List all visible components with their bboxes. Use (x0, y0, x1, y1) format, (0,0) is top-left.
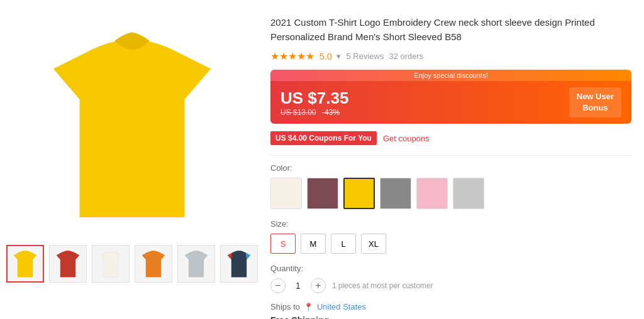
qty-note: 1 pieces at most per customer (332, 281, 433, 290)
new-user-label2: Bonus (577, 102, 614, 114)
get-coupons-link[interactable]: Get coupons (383, 134, 430, 143)
discount-percent: -43% (322, 108, 340, 117)
color-swatch-pink[interactable] (416, 178, 448, 209)
rating-number: 5.0 (319, 51, 331, 62)
rating-row: ★★★★★ 5.0 ▾ 5 Reviews 32 orders (270, 50, 631, 62)
rating-dropdown-icon[interactable]: ▾ (336, 51, 341, 61)
divider-1 (270, 155, 631, 156)
color-swatch-silver[interactable] (453, 178, 484, 209)
thumbnail-strip (6, 245, 258, 283)
thumb-6[interactable] (220, 245, 258, 283)
discount-banner-text: Enjoy special discounts! (270, 70, 631, 81)
new-user-label1: New User (577, 91, 614, 102)
qty-increase-button[interactable]: + (311, 278, 326, 293)
coupon-badge[interactable]: US $4.00 Coupons For You (270, 131, 377, 145)
product-page: 2021 Custom T-Shirt Logo Embroidery Crew… (0, 0, 644, 319)
thumb-5[interactable] (177, 245, 215, 283)
size-l[interactable]: L (331, 234, 356, 254)
ships-label: Ships to (270, 302, 300, 311)
thumb-3[interactable] (92, 245, 130, 283)
tshirt-svg (44, 25, 220, 226)
color-options (270, 178, 631, 209)
coupon-row: US $4.00 Coupons For You Get coupons (270, 131, 631, 145)
stars: ★★★★★ (270, 50, 314, 62)
color-swatch-cream[interactable] (270, 178, 302, 209)
main-product-image (31, 13, 233, 239)
free-shipping-label: Free Shipping (270, 315, 631, 319)
price-current: US $7.35 (280, 89, 348, 108)
price-original-row: US $13.00 -43% (280, 108, 348, 117)
left-panel (13, 13, 252, 319)
thumb-1[interactable] (6, 245, 44, 283)
size-label: Size: (270, 219, 631, 229)
quantity-label: Quantity: (270, 264, 631, 273)
qty-decrease-button[interactable]: − (270, 278, 286, 293)
qty-value: 1 (292, 281, 304, 291)
product-title: 2021 Custom T-Shirt Logo Embroidery Crew… (270, 16, 631, 44)
right-panel: 2021 Custom T-Shirt Logo Embroidery Crew… (270, 13, 631, 319)
quantity-row: − 1 + 1 pieces at most per customer (270, 278, 631, 293)
orders-count: 32 orders (389, 51, 423, 61)
location-icon: 📍 (304, 303, 313, 311)
thumb-4[interactable] (135, 245, 172, 283)
color-label: Color: (270, 163, 631, 173)
ships-row: Ships to 📍 United States (270, 302, 631, 311)
size-s[interactable]: S (270, 234, 296, 254)
price-banner-body: US $7.35 US $13.00 -43% New User Bonus (270, 81, 631, 124)
original-price: US $13.00 (280, 108, 316, 117)
color-swatch-mauve[interactable] (307, 178, 338, 209)
new-user-bonus: New User Bonus (569, 87, 621, 117)
reviews-count: 5 Reviews (346, 51, 384, 61)
ships-to-link[interactable]: United States (317, 302, 366, 311)
price-main: US $7.35 US $13.00 -43% (280, 89, 348, 117)
color-swatch-yellow[interactable] (343, 178, 375, 209)
thumb-2[interactable] (49, 245, 87, 283)
price-banner: Enjoy special discounts! US $7.35 US $13… (270, 70, 631, 124)
size-xl[interactable]: XL (361, 234, 386, 254)
size-m[interactable]: M (301, 234, 326, 254)
color-swatch-gray[interactable] (380, 178, 411, 209)
size-options: S M L XL (270, 234, 631, 254)
